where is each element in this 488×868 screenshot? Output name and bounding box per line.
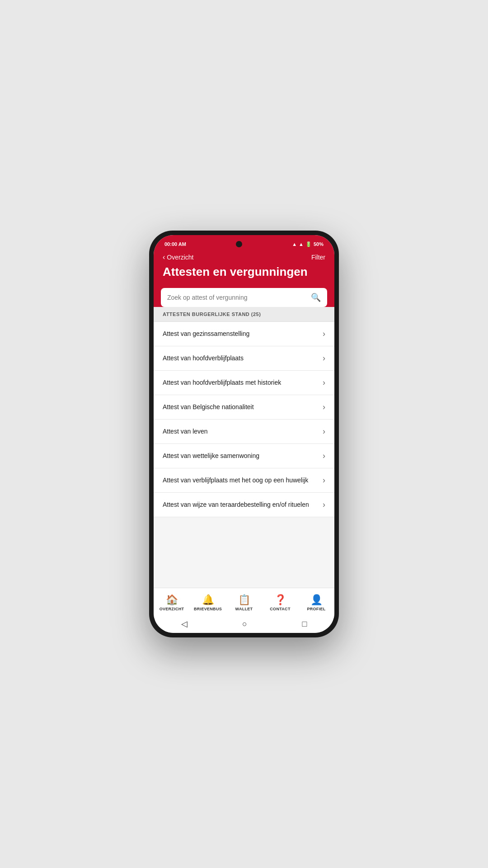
chevron-right-icon: › [323,476,325,485]
wallet-nav-label: WALLET [235,607,253,611]
chevron-right-icon: › [323,378,325,387]
android-home-button[interactable]: ○ [242,619,247,629]
contact-nav-label: CONTACT [270,607,290,611]
search-icon: 🔍 [311,292,321,302]
status-time: 00:00 AM [164,241,186,247]
android-back-button[interactable]: ◁ [181,619,188,629]
android-bar: ◁ ○ □ [154,615,334,633]
battery-level: 50% [314,241,324,247]
chevron-right-icon: › [323,451,325,461]
profiel-nav-icon: 👤 [310,594,323,606]
status-indicators: ▲ ▲ 🔋 50% [292,241,324,247]
section-header: ATTESTEN BURGERLIJKE STAND (25) [154,307,334,322]
overzicht-nav-icon: 🏠 [166,594,178,606]
nav-item-contact[interactable]: ❓ CONTACT [262,594,298,611]
list-item-text: Attest van Belgische nationaliteit [163,403,323,412]
list-item-text: Attest van hoofdverblijfplaats met histo… [163,378,323,387]
list-item[interactable]: Attest van hoofdverblijfplaats › [154,346,334,371]
battery-icon: 🔋 [305,241,312,247]
list-item-text: Attest van verblijfplaats met het oog op… [163,476,323,485]
android-recent-button[interactable]: □ [302,619,307,629]
back-button[interactable]: ‹ Overzicht [163,253,193,261]
brievenbus-nav-label: BRIEVENBUS [194,607,222,611]
list-item[interactable]: Attest van wettelijke samenwoning › [154,444,334,468]
chevron-right-icon: › [323,427,325,436]
back-chevron-icon: ‹ [163,253,165,261]
chevron-right-icon: › [323,329,325,339]
status-bar: 00:00 AM ▲ ▲ 🔋 50% [154,235,334,251]
list-item-text: Attest van wijze van teraardebestelling … [163,500,323,509]
list-item[interactable]: Attest van wijze van teraardebestelling … [154,493,334,517]
filter-button[interactable]: Filter [311,254,325,261]
list-item-text: Attest van hoofdverblijfplaats [163,354,323,363]
list-item-text: Attest van gezinssamenstelling [163,330,323,339]
camera-dot [236,241,242,247]
chevron-right-icon: › [323,354,325,363]
list-item[interactable]: Attest van Belgische nationaliteit › [154,395,334,420]
bottom-nav: 🏠 OVERZICHT 🔔 BRIEVENBUS 📋 WALLET ❓ CONT… [154,588,334,615]
list-item[interactable]: Attest van verblijfplaats met het oog op… [154,468,334,493]
page-header: ‹ Overzicht Filter Attesten en vergunnin… [154,251,334,288]
header-nav: ‹ Overzicht Filter [163,253,325,261]
search-bar[interactable]: 🔍 [161,288,327,307]
wifi-icon: ▲ [292,241,297,247]
nav-item-overzicht[interactable]: 🏠 OVERZICHT [154,594,190,611]
phone-device: 00:00 AM ▲ ▲ 🔋 50% ‹ Overzicht Filter At… [149,231,339,637]
phone-screen: 00:00 AM ▲ ▲ 🔋 50% ‹ Overzicht Filter At… [154,235,334,633]
back-label: Overzicht [167,254,193,261]
brievenbus-nav-icon: 🔔 [202,594,214,606]
nav-item-profiel[interactable]: 👤 PROFIEL [298,594,334,611]
list-item[interactable]: Attest van leven › [154,420,334,444]
list-container: Attest van gezinssamenstelling › Attest … [154,322,334,517]
contact-nav-icon: ❓ [274,594,286,606]
nav-item-brievenbus[interactable]: 🔔 BRIEVENBUS [190,594,226,611]
page-title: Attesten en vergunningen [163,265,325,279]
content-area: ATTESTEN BURGERLIJKE STAND (25) Attest v… [154,307,334,588]
list-item-text: Attest van wettelijke samenwoning [163,452,323,461]
signal-icon: ▲ [299,241,304,247]
profiel-nav-label: PROFIEL [307,607,325,611]
wallet-nav-icon: 📋 [238,594,250,606]
overzicht-nav-label: OVERZICHT [160,607,184,611]
list-item-text: Attest van leven [163,427,323,436]
nav-item-wallet[interactable]: 📋 WALLET [226,594,262,611]
list-item[interactable]: Attest van hoofdverblijfplaats met histo… [154,371,334,395]
chevron-right-icon: › [323,500,325,509]
chevron-right-icon: › [323,402,325,412]
list-item[interactable]: Attest van gezinssamenstelling › [154,322,334,346]
search-input[interactable] [167,294,311,301]
search-container: 🔍 [154,288,334,307]
